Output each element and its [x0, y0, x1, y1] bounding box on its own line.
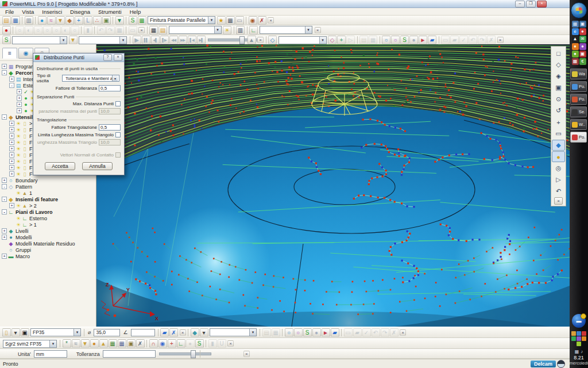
- expander[interactable]: +: [9, 152, 14, 158]
- expander[interactable]: +: [2, 228, 7, 233]
- tree-item-gruppi[interactable]: ○Gruppi: [0, 247, 96, 253]
- print-button[interactable]: ▥: [25, 16, 33, 25]
- expander[interactable]: +: [17, 95, 22, 101]
- media-quicklaunch-icon[interactable]: ▲: [572, 36, 579, 43]
- refresh-view-button[interactable]: ↺: [552, 105, 565, 116]
- open-button[interactable]: ▤: [2, 16, 11, 25]
- pause-button[interactable]: ▌▌: [142, 36, 150, 44]
- collision-button[interactable]: ◉: [249, 16, 257, 25]
- taskbar-button-4[interactable]: W...: [570, 119, 587, 130]
- strategy-grid-button[interactable]: ▦: [138, 16, 146, 25]
- expander[interactable]: +: [9, 121, 14, 126]
- tray-icon-4[interactable]: [577, 336, 581, 341]
- chevron-down-icon[interactable]: ▾: [208, 17, 215, 24]
- cut-button[interactable]: ✗: [258, 16, 266, 25]
- toolbar-close-button[interactable]: ×: [257, 37, 264, 43]
- red2-quicklaunch-icon[interactable]: ▣: [579, 51, 586, 57]
- strategy-s-button[interactable]: S: [195, 339, 204, 348]
- copy-button[interactable]: ▣: [127, 339, 136, 348]
- g-undo-button[interactable]: ↶: [97, 26, 106, 34]
- tolerance-field[interactable]: [103, 350, 156, 358]
- green-quicklaunch-icon[interactable]: ●: [572, 51, 579, 57]
- tree-item-pattern[interactable]: -◇Pattern: [0, 183, 96, 190]
- pencil-button[interactable]: ▰: [160, 328, 169, 337]
- volume-icon[interactable]: ♪: [581, 349, 583, 354]
- g-cut-button[interactable]: ✗: [390, 328, 399, 337]
- table-button[interactable]: ▦: [118, 339, 126, 348]
- expander[interactable]: -: [2, 209, 7, 214]
- cursor-doc-view-button[interactable]: ▷: [552, 174, 565, 185]
- start-button[interactable]: [571, 2, 587, 18]
- firefox-quicklaunch-icon[interactable]: ●: [572, 43, 579, 50]
- model-button[interactable]: ●: [38, 16, 47, 25]
- open2-button[interactable]: ▤: [158, 26, 167, 34]
- bw-button[interactable]: ▣: [21, 328, 29, 337]
- post-button[interactable]: ▼: [115, 16, 124, 25]
- taskbar-button-1[interactable]: Po...: [570, 81, 587, 92]
- empty-combobox-1[interactable]: ▾: [169, 26, 222, 34]
- cut2-button[interactable]: ✗: [136, 339, 145, 348]
- g-redo-button[interactable]: ↷: [381, 328, 389, 337]
- accept-button[interactable]: Accetta: [45, 162, 75, 170]
- iso4-view-button[interactable]: ▣: [552, 82, 565, 93]
- ball-button[interactable]: ●: [312, 328, 321, 337]
- globe-view-button[interactable]: ◎: [552, 163, 565, 174]
- tool-feed-button[interactable]: ★: [217, 16, 226, 25]
- taskbar-button-5[interactable]: Po...: [570, 132, 587, 143]
- pencil-button[interactable]: ▰: [331, 328, 339, 337]
- tree-item-1[interactable]: ☀▲1: [0, 190, 96, 196]
- play-button[interactable]: ▶: [133, 36, 141, 44]
- tree-item-piani-di-lavoro[interactable]: -∟Piani di Lavoro: [0, 209, 96, 215]
- chevron-down-icon[interactable]: ▾: [249, 329, 256, 336]
- grid-button[interactable]: ▦: [149, 26, 158, 34]
- chevron-down-icon[interactable]: ▾: [74, 329, 80, 336]
- maximize-button[interactable]: ❒: [526, 1, 536, 7]
- expander[interactable]: +: [9, 127, 14, 132]
- toolbar-close-button[interactable]: ×: [180, 329, 186, 336]
- tree-item-macro[interactable]: +▬Macro: [0, 253, 96, 259]
- g-circle-button[interactable]: ○: [34, 26, 42, 34]
- max-distanza-checkbox[interactable]: [115, 101, 121, 106]
- g-open-button[interactable]: ▤: [262, 328, 271, 337]
- toolbar-close-button[interactable]: ×: [315, 27, 321, 33]
- record-button[interactable]: ●: [2, 26, 11, 34]
- tree-item--2[interactable]: +☀▲> 2: [0, 202, 96, 209]
- tv-quicklaunch-icon[interactable]: ▦: [572, 58, 579, 65]
- zoombox-view-button[interactable]: ▭: [552, 128, 565, 139]
- swirl-button[interactable]: ◉: [158, 339, 167, 348]
- expander[interactable]: +: [9, 76, 14, 82]
- tray-icon-5[interactable]: [582, 336, 586, 341]
- dialog-close-button[interactable]: ×: [114, 54, 122, 61]
- dialog-help-button[interactable]: ?: [103, 54, 112, 61]
- ball-button[interactable]: ●: [409, 36, 418, 44]
- save-button[interactable]: ▦: [11, 16, 20, 25]
- tray-icon-0[interactable]: [571, 331, 576, 336]
- g-circle2-button[interactable]: ◐: [25, 26, 33, 34]
- dialog-title-bar[interactable]: Distribuzione Punti ? ×: [33, 53, 124, 62]
- g-u-button[interactable]: U: [218, 339, 226, 348]
- slider-thumb[interactable]: [191, 350, 196, 358]
- taskbar-clock[interactable]: 8.21: [574, 355, 584, 361]
- tree-item-modelli[interactable]: +●Modelli: [0, 234, 96, 240]
- desktop-quicklaunch-icon[interactable]: ▦: [572, 21, 579, 28]
- expander[interactable]: -: [2, 197, 7, 202]
- info-toolbar-close-button[interactable]: ×: [243, 351, 250, 357]
- menu-strumenti[interactable]: Strumenti: [94, 9, 126, 15]
- stats-button[interactable]: *: [63, 339, 71, 348]
- clone-button[interactable]: ▣: [102, 16, 111, 25]
- g-mic-button[interactable]: ▮: [208, 339, 217, 348]
- flag-button[interactable]: ►: [322, 328, 330, 337]
- g-circle-button[interactable]: ○: [71, 26, 79, 34]
- shade-combobox[interactable]: ▾: [210, 328, 257, 336]
- g-bar-button[interactable]: ▮: [84, 26, 92, 34]
- chevron-down-icon[interactable]: ▾: [60, 37, 67, 44]
- switcher-quicklaunch-icon[interactable]: ▣: [579, 21, 586, 28]
- tool-a-button[interactable]: ▼: [56, 16, 65, 25]
- expander[interactable]: +: [9, 165, 14, 170]
- shade-view-button[interactable]: ◆: [552, 140, 565, 151]
- expander[interactable]: +: [2, 235, 7, 240]
- menu-disegna[interactable]: Disegna: [66, 9, 94, 15]
- expander[interactable]: +: [2, 254, 7, 259]
- toolbar-close-button[interactable]: ×: [268, 17, 274, 24]
- toolbar-close-button[interactable]: ×: [138, 27, 145, 33]
